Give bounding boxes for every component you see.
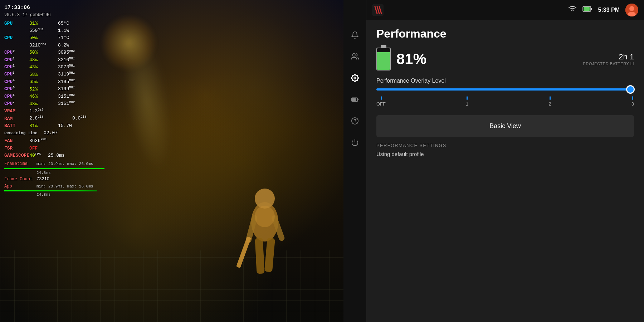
content-area: 5:33 PM Performance 81% <box>366 0 644 322</box>
fsr-label: FSR <box>4 145 29 152</box>
cpu-mhz: 3210MHz <box>29 42 58 49</box>
tick-label-1: 1 <box>466 101 468 107</box>
hud-cpu3: CPU3 58% 3119MHz <box>4 71 167 78</box>
gpu-mhz: 550MHz <box>29 27 58 34</box>
cpu4-label: CPU4 <box>4 78 29 86</box>
hud-cpu1: CPU1 48% 3210MHz <box>4 57 167 64</box>
cpu-temp: 71°C <box>58 34 69 42</box>
ram-val: 2.8GiB <box>29 115 58 122</box>
gpu-label: GPU <box>4 20 29 27</box>
svg-point-7 <box>255 206 275 227</box>
sidebar-item-gear[interactable] <box>348 72 361 84</box>
svg-rect-18 <box>591 8 592 10</box>
cpu6-label: CPU6 <box>4 93 29 100</box>
hud-time: 17:33:06 <box>4 4 167 12</box>
topbar: 5:33 PM <box>366 0 644 20</box>
right-panel: 5:33 PM Performance 81% <box>343 0 644 322</box>
hud-batt: BATT 81% 15.7W <box>4 122 167 130</box>
cpu5-label: CPU5 <box>4 86 29 93</box>
hud-cpu4: CPU4 65% 3195MHz <box>4 78 167 86</box>
performance-title: Performance <box>376 27 634 40</box>
hud-app-row: App min: 23.9ms, max: 26.0ms <box>4 183 167 190</box>
slider-tick-1: 1 <box>466 96 468 107</box>
batt-time: 02:07 <box>44 130 72 137</box>
slider-track[interactable] <box>376 88 634 91</box>
battery-projected-time: 2h 1 <box>583 52 634 62</box>
battery-projected: 2h 1 PROJECTED BATTERY LI <box>583 52 634 66</box>
batt-power: 15.7W <box>58 122 87 130</box>
sidebar-item-battery[interactable] <box>348 93 361 106</box>
wifi-icon <box>568 5 577 15</box>
cpu0-label: CPU0 <box>4 49 29 56</box>
cpu1-label: CPU1 <box>4 57 29 64</box>
fan-label: FAN <box>4 137 29 145</box>
slider-thumb[interactable] <box>626 85 635 94</box>
cpu2-pct: 43% <box>29 64 47 71</box>
topbar-battery-icon <box>582 6 592 14</box>
sidebar-item-help[interactable] <box>348 114 361 127</box>
app-label: App <box>4 183 36 190</box>
hud-fsr: FSR OFF <box>4 145 167 152</box>
default-profile-text: Using default profile <box>376 151 634 157</box>
cpu-pct: 50% <box>29 34 47 42</box>
hud-framecount: Frame Count 73210 <box>4 176 167 183</box>
game-panel: 17:33:06 v0.6.8-17-gebb0f96 GPU 31% 65°C… <box>0 0 343 322</box>
topbar-time: 5:33 PM <box>598 7 620 13</box>
cpu-label: CPU <box>4 34 29 42</box>
slider-ticks: OFF 1 2 3 <box>376 96 634 107</box>
hud-app-section: App min: 23.9ms, max: 26.0ms 24.8ms <box>4 183 167 198</box>
gamescope-ms: 25.0ms <box>48 152 77 159</box>
perf-content: Performance 81% 2h 1 PROJECTED BATTERY L… <box>366 20 644 322</box>
framecount-label: Frame Count <box>4 176 36 183</box>
svg-rect-19 <box>584 7 590 11</box>
hud-gamescope: GAMESCOPE 40FPS 25.0ms <box>4 152 167 159</box>
perf-settings-label: PERFORMANCE SETTINGS <box>376 143 634 148</box>
slider-tick-2: 2 <box>548 96 551 107</box>
svg-point-9 <box>354 77 356 79</box>
hud-ram: RAM 2.8GiB 0.0GiB <box>4 115 167 122</box>
svg-point-21 <box>629 6 634 11</box>
hud-overlay: 17:33:06 v0.6.8-17-gebb0f96 GPU 31% 65°C… <box>0 0 172 201</box>
cpu1-mhz: 3210MHz <box>58 57 87 64</box>
sidebar-item-users[interactable] <box>348 50 361 63</box>
battery-pct: 81% <box>396 50 426 68</box>
overlay-level-label: Performance Overlay Level <box>376 78 634 84</box>
hud-fan: FAN 3636RPM <box>4 137 167 145</box>
frametime-label: Frametime <box>4 161 36 167</box>
character-silhouette <box>229 165 301 301</box>
battery-fill <box>377 52 390 70</box>
cpu6-mhz: 3151MHz <box>58 93 87 100</box>
app-stats: min: 23.9ms, max: 26.0ms <box>36 184 93 190</box>
hud-cpu-mhz-row: 3210MHz 8.2W <box>4 42 167 49</box>
sidebar-item-power[interactable] <box>348 136 361 149</box>
slider-tick-3: 3 <box>631 96 634 107</box>
sidebar <box>343 0 366 322</box>
topbar-avatar[interactable] <box>625 4 638 16</box>
battery-status-row: 81% 2h 1 PROJECTED BATTERY LI <box>376 48 634 70</box>
cpu5-mhz: 3199MHz <box>58 86 87 93</box>
batt-label: BATT <box>4 122 29 130</box>
svg-point-8 <box>352 54 355 56</box>
basic-view-button[interactable]: Basic View <box>376 115 634 137</box>
slider-fill <box>376 88 634 91</box>
cpu7-mhz: 3161MHz <box>58 100 87 107</box>
hud-cpu-row: CPU 50% 71°C <box>4 34 167 42</box>
cpu3-pct: 58% <box>29 71 47 78</box>
hud-cpu2: CPU2 43% 3073MHz <box>4 64 167 71</box>
svg-rect-11 <box>352 98 355 101</box>
sidebar-item-bell[interactable] <box>348 29 361 42</box>
hud-cpu7: CPU7 43% 3161MHz <box>4 100 167 107</box>
app-frametime-bar <box>4 190 97 191</box>
bg-structure <box>182 0 326 179</box>
cpu3-mhz: 3119MHz <box>58 71 87 78</box>
fsr-val: OFF <box>29 145 38 152</box>
tick-mark-1 <box>467 96 468 100</box>
battery-projected-label: PROJECTED BATTERY LI <box>583 62 634 66</box>
tick-label-off: OFF <box>376 101 386 107</box>
fan-val: 3636RPM <box>29 137 58 145</box>
overlay-slider-container[interactable]: OFF 1 2 3 <box>376 88 634 107</box>
slider-tick-off: OFF <box>376 96 386 107</box>
frametime-bar <box>4 168 104 169</box>
cpu7-pct: 43% <box>29 101 47 108</box>
hud-version: v0.6.8-17-gebb0f96 <box>4 12 167 19</box>
